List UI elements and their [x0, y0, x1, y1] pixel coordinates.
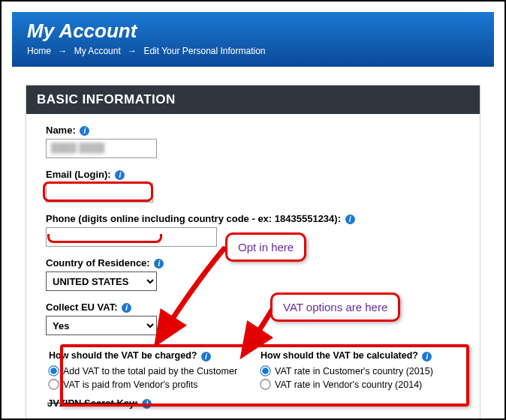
redaction-email — [43, 182, 153, 202]
info-icon[interactable]: i — [80, 126, 89, 136]
page-header: My Account Home → My Account → Edit Your… — [12, 12, 494, 67]
info-icon[interactable]: i — [122, 303, 131, 313]
page-title: My Account — [27, 20, 479, 43]
breadcrumb-sep-icon: → — [58, 46, 67, 56]
collect-vat-select[interactable]: Yes — [46, 316, 157, 335]
annotation-big-box — [60, 344, 469, 406]
info-icon[interactable]: i — [345, 214, 355, 224]
breadcrumb-home[interactable]: Home — [27, 46, 51, 56]
annotation-vat-options: VAT options are here — [270, 292, 400, 322]
email-label: Email (Login): i — [46, 169, 460, 180]
breadcrumb-edit-info[interactable]: Edit Your Personal Information — [143, 46, 265, 56]
radio-vendor-profits[interactable] — [48, 379, 59, 389]
breadcrumb: Home → My Account → Edit Your Personal I… — [27, 46, 479, 56]
info-icon[interactable]: i — [115, 170, 125, 180]
country-select[interactable]: UNITED STATES — [46, 272, 157, 291]
breadcrumb-my-account[interactable]: My Account — [74, 46, 121, 56]
radio-add-vat[interactable] — [48, 365, 59, 376]
section-title: BASIC INFORMATION — [26, 86, 480, 114]
field-name: Name: i ████ ████ — [46, 124, 460, 158]
name-label: Name: i — [46, 124, 460, 136]
redacted-text: ████ ████ — [51, 142, 104, 153]
name-input[interactable]: ████ ████ — [46, 139, 157, 158]
field-country: Country of Residence: i UNITED STATES — [46, 257, 460, 291]
annotation-opt-in: Opt in here — [225, 232, 306, 262]
breadcrumb-sep-icon: → — [128, 46, 137, 56]
redaction-phone — [47, 234, 162, 243]
arrow-opt-in-icon — [159, 248, 234, 336]
field-email: Email (Login): i — [46, 169, 460, 202]
phone-label: Phone (digits online including country c… — [46, 213, 460, 224]
